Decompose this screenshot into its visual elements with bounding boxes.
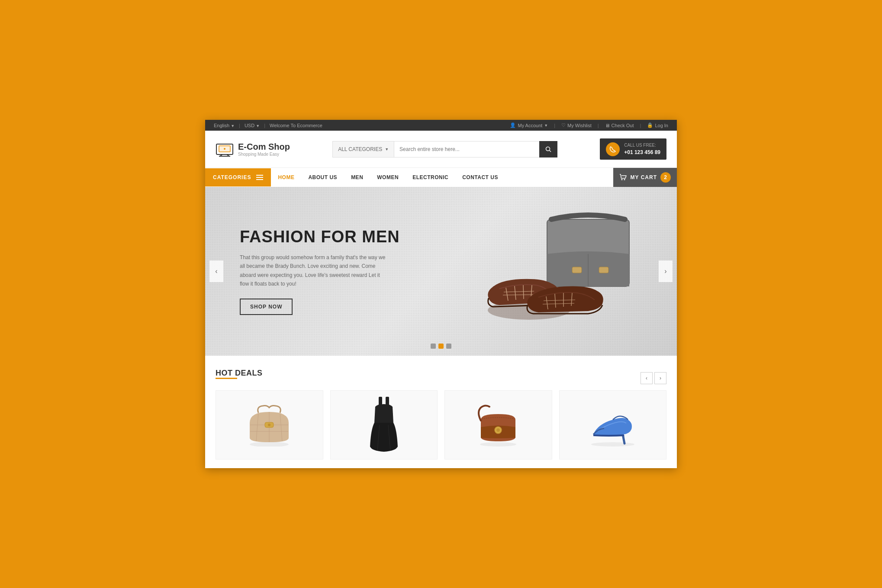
navigation-bar: CATEGORIES HOME ABOUT US MEN WOMEN ELECT… xyxy=(205,167,677,187)
products-next-button[interactable]: › xyxy=(654,372,666,384)
cart-button[interactable]: MY CART 2 xyxy=(613,168,677,187)
checkout-link[interactable]: 🖥 Check Out xyxy=(605,123,634,128)
svg-point-44 xyxy=(591,442,634,447)
nav-about[interactable]: ABOUT US xyxy=(301,168,344,186)
svg-point-36 xyxy=(268,424,270,426)
search-category-dropdown[interactable]: ALL CATEGORIES ▼ xyxy=(332,141,394,157)
call-number: +01 123 456 89 xyxy=(624,148,660,156)
search-bar: ALL CATEGORIES ▼ xyxy=(332,141,557,157)
slider-prev-button[interactable]: ‹ xyxy=(209,260,223,282)
hero-slider: ‹ FASHION FOR MEN That this group would … xyxy=(205,187,677,356)
cart-label: MY CART xyxy=(631,174,657,180)
call-us-section: CALL US FREE: +01 123 456 89 xyxy=(600,138,666,160)
call-label: CALL US FREE: xyxy=(624,142,660,148)
product-card-2[interactable] xyxy=(330,390,438,459)
nav-women[interactable]: WOMEN xyxy=(370,168,406,186)
hot-deals-section: HOT DEALS ‹ › xyxy=(205,356,677,468)
product-card-3[interactable] xyxy=(444,390,552,459)
product-image-4 xyxy=(585,403,641,447)
slider-dot-3[interactable] xyxy=(446,344,451,349)
nav-home[interactable]: HOME xyxy=(271,168,301,186)
shop-now-button[interactable]: SHOP NOW xyxy=(240,299,293,315)
phone-icon-circle xyxy=(606,142,620,156)
slider-description: That this group would somehow form a fam… xyxy=(240,253,387,289)
product-card-1[interactable] xyxy=(216,390,323,459)
separator-3: | xyxy=(554,123,555,128)
welcome-text: Welcome To Ecommerce xyxy=(270,123,322,128)
svg-point-10 xyxy=(624,179,625,180)
separator-5: | xyxy=(640,123,641,128)
section-title: HOT DEALS xyxy=(216,369,263,378)
search-button[interactable] xyxy=(539,141,557,157)
svg-point-9 xyxy=(621,179,622,180)
dropdown-chevron-icon: ▼ xyxy=(385,147,389,151)
svg-point-7 xyxy=(546,147,550,151)
svg-point-29 xyxy=(250,442,289,447)
separator-2: | xyxy=(264,123,265,128)
cart-count-badge: 2 xyxy=(660,172,671,183)
product-image-3 xyxy=(472,403,524,447)
top-bar: English ▼ | USD ▼ | Welcome To Ecommerce… xyxy=(205,120,677,131)
logo-svg xyxy=(216,141,234,157)
slider-content: FASHION FOR MEN That this group would so… xyxy=(205,228,677,315)
categories-button[interactable]: CATEGORIES xyxy=(205,168,271,186)
slider-title: FASHION FOR MEN xyxy=(240,228,642,246)
logo-name: E-Com Shop xyxy=(238,142,290,152)
top-bar-right: 👤 My Account ▼ | ♡ My Wishlist | 🖥 Check… xyxy=(510,122,668,128)
call-text: CALL US FREE: +01 123 456 89 xyxy=(624,142,660,156)
nav-contact[interactable]: CONTACT US xyxy=(455,168,505,186)
browser-window: English ▼ | USD ▼ | Welcome To Ecommerce… xyxy=(205,120,677,468)
lock-icon: 🔒 xyxy=(647,122,653,128)
language-selector[interactable]: English ▼ xyxy=(214,123,235,128)
slider-dots xyxy=(431,344,451,349)
login-link[interactable]: 🔒 Log In xyxy=(647,122,668,128)
section-title-area: HOT DEALS xyxy=(216,369,263,388)
categories-label: CATEGORIES xyxy=(213,174,251,180)
products-prev-button[interactable]: ‹ xyxy=(641,372,653,384)
svg-point-41 xyxy=(480,442,516,447)
svg-point-3 xyxy=(224,148,225,150)
logo[interactable]: E-Com Shop Shopping Made Easy xyxy=(216,141,290,157)
top-bar-left: English ▼ | USD ▼ | Welcome To Ecommerce xyxy=(214,123,322,128)
slider-dot-2[interactable] xyxy=(438,344,444,349)
nav-links: HOME ABOUT US MEN WOMEN ELECTRONIC CONTA… xyxy=(271,168,505,186)
separator-1: | xyxy=(239,123,240,128)
hamburger-icon xyxy=(256,175,263,180)
slider-dot-1[interactable] xyxy=(431,344,436,349)
search-icon xyxy=(545,146,551,152)
nav-electronic[interactable]: ELECTRONIC xyxy=(406,168,455,186)
product-image-2 xyxy=(367,395,401,455)
currency-selector[interactable]: USD ▼ xyxy=(245,123,260,128)
product-image-1 xyxy=(243,403,295,447)
my-wishlist-link[interactable]: ♡ My Wishlist xyxy=(561,122,592,128)
checkout-icon: 🖥 xyxy=(605,123,610,128)
user-icon: 👤 xyxy=(510,122,516,128)
slider-next-button[interactable]: › xyxy=(659,260,673,282)
header: E-Com Shop Shopping Made Easy ALL CATEGO… xyxy=(205,131,677,167)
logo-tagline: Shopping Made Easy xyxy=(238,152,290,157)
phone-icon xyxy=(609,146,616,153)
search-input[interactable] xyxy=(394,141,539,157)
logo-text: E-Com Shop Shopping Made Easy xyxy=(238,142,290,157)
nav-men[interactable]: MEN xyxy=(344,168,370,186)
heart-icon: ♡ xyxy=(561,122,566,128)
section-nav-arrows: ‹ › xyxy=(641,372,666,384)
svg-point-43 xyxy=(496,428,500,432)
cart-icon xyxy=(619,174,627,181)
product-card-4[interactable] xyxy=(559,390,667,459)
my-account-link[interactable]: 👤 My Account ▼ xyxy=(510,122,548,128)
svg-line-8 xyxy=(550,150,551,152)
section-header: HOT DEALS ‹ › xyxy=(216,369,666,388)
separator-4: | xyxy=(598,123,599,128)
nav-left: CATEGORIES HOME ABOUT US MEN WOMEN ELECT… xyxy=(205,168,505,186)
section-title-underline xyxy=(216,378,237,379)
products-grid xyxy=(216,390,666,459)
